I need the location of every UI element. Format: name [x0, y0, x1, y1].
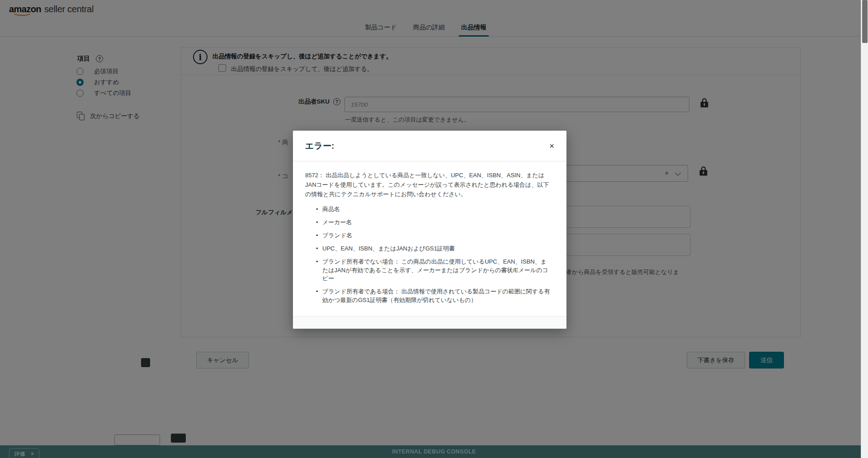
scrollbar-thumb[interactable] — [862, 0, 868, 43]
debug-chip-label: 評価 — [14, 451, 25, 458]
close-icon[interactable]: × — [549, 142, 554, 150]
error-detail-list: 商品名 メーカー名 ブランド名 UPC、EAN、ISBN、またはJANおよびGS… — [305, 205, 554, 305]
list-item: ブランド所有者でない場合： この商品の出品に使用しているUPC、EAN、ISBN… — [322, 258, 552, 283]
debug-console-title: INTERNAL DEBUG CONSOLE — [392, 449, 476, 455]
error-modal-header: エラー: × — [293, 131, 566, 161]
list-item: メーカー名 — [322, 218, 552, 227]
error-modal-body: 8572： 出品出品しようとしている商品と一致しない、UPC、EAN、ISBN、… — [293, 161, 566, 316]
debug-rating-chip[interactable]: 評価 × — [9, 448, 39, 458]
seller-central-page: amazon seller central 製品コード 商品の詳細 出品情報 項… — [0, 0, 868, 458]
vertical-scrollbar[interactable] — [861, 0, 868, 458]
error-message: 8572： 出品出品しようとしている商品と一致しない、UPC、EAN、ISBN、… — [305, 171, 553, 199]
error-modal-footer — [293, 316, 566, 329]
list-item: UPC、EAN、ISBN、またはJANおよびGS1証明書 — [322, 245, 552, 253]
list-item: 商品名 — [322, 205, 552, 214]
close-icon[interactable]: × — [31, 451, 34, 457]
error-modal: エラー: × 8572： 出品出品しようとしている商品と一致しない、UPC、EA… — [293, 131, 566, 329]
list-item: ブランド名 — [322, 231, 552, 240]
list-item: ブランド所有者である場合： 出品情報で使用されている製品コードの範囲に関する有効… — [322, 288, 552, 305]
internal-debug-console-bar: 評価 × INTERNAL DEBUG CONSOLE — [0, 445, 868, 458]
error-modal-title: エラー: — [305, 140, 334, 152]
